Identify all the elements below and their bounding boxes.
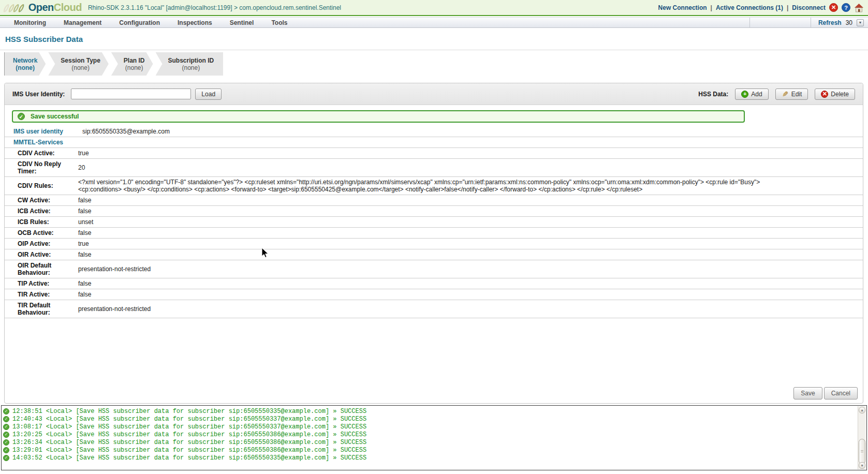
wizard-step-value: (none): [182, 64, 200, 71]
table-row: TIP Active:false: [5, 278, 863, 289]
success-check-icon: ✓: [3, 408, 9, 414]
pipe-separator: |: [787, 4, 788, 11]
success-check-icon: ✓: [3, 455, 9, 461]
home-icon-svg: [854, 3, 864, 12]
wizard-step-label: Plan ID: [124, 57, 145, 64]
success-check-icon: ✓: [3, 416, 9, 422]
add-button-label: Add: [751, 91, 762, 98]
hss-subscriber-panel: IMS User Identity: Load HSS Data: + Add …: [4, 83, 863, 404]
log-entry-text: 12:40:43 <Local> [Save HSS subscriber da…: [12, 416, 366, 423]
success-check-icon: ✓: [3, 424, 9, 430]
row-label: OIP Active:: [5, 240, 78, 247]
row-label: ICB Rules:: [5, 218, 78, 226]
log-entry-text: 13:29:01 <Local> [Save HSS subscriber da…: [12, 447, 366, 454]
new-connection-link[interactable]: New Connection: [658, 4, 707, 11]
log-entry: ✓12:40:43 <Local> [Save HSS subscriber d…: [3, 415, 866, 423]
save-button[interactable]: Save: [793, 387, 822, 399]
row-label: OIR Active:: [5, 251, 78, 258]
menu-item-inspections[interactable]: Inspections: [169, 18, 221, 27]
save-button-label: Save: [801, 390, 815, 397]
menu-item-tools[interactable]: Tools: [262, 18, 296, 27]
scrollbar-thumb[interactable]: [859, 439, 865, 464]
command-log-console: ✓12:38:51 <Local> [Save HSS subscriber d…: [1, 405, 867, 470]
scrollbar-up-icon[interactable]: ▲: [859, 407, 865, 413]
row-value: sip:6505550335@example.com: [82, 128, 863, 135]
cancel-button[interactable]: Cancel: [824, 387, 858, 399]
form-actions: Save Cancel: [793, 387, 858, 399]
table-row: TIR Active:false: [5, 289, 863, 300]
table-row: CDIV Active:true: [5, 148, 863, 159]
log-entry-text: 13:08:17 <Local> [Save HSS subscriber da…: [12, 423, 366, 431]
help-icon[interactable]: ?: [842, 3, 850, 12]
wizard-step-network[interactable]: Network (none): [4, 52, 46, 76]
ims-user-identity-input[interactable]: [71, 88, 191, 99]
add-icon: +: [741, 91, 748, 98]
log-lines: ✓12:38:51 <Local> [Save HSS subscriber d…: [2, 406, 866, 462]
log-entry: ✓13:20:25 <Local> [Save HSS subscriber d…: [3, 431, 866, 438]
row-label: TIR Active:: [5, 291, 78, 298]
delete-button[interactable]: ✕ Delete: [815, 88, 855, 100]
menu-item-sentinel[interactable]: Sentinel: [221, 18, 263, 27]
table-row: OCB Active:false: [5, 228, 863, 239]
load-button[interactable]: Load: [195, 88, 222, 100]
close-icon[interactable]: ✕: [829, 3, 838, 12]
edit-button[interactable]: ✎ Edit: [775, 88, 808, 100]
banner-text: Save successful: [31, 113, 79, 120]
delete-icon: ✕: [821, 91, 828, 98]
row-label: CDIV Active:: [5, 150, 78, 157]
panel-toolbar: IMS User Identity: Load HSS Data: + Add …: [5, 83, 863, 105]
menu-item-management[interactable]: Management: [55, 18, 110, 27]
wizard-step-value: (none): [125, 64, 143, 71]
opencloud-logo: OpenCloud: [28, 2, 82, 13]
delete-button-label: Delete: [831, 91, 849, 98]
menu-item-configuration[interactable]: Configuration: [110, 18, 169, 27]
active-connections-link[interactable]: Active Connections (1): [716, 4, 783, 11]
row-value: true: [78, 240, 863, 247]
subscriber-rows: IMS user identitysip:6505550335@example.…: [5, 126, 863, 318]
table-row: IMS user identitysip:6505550335@example.…: [5, 126, 863, 137]
row-label: TIP Active:: [5, 280, 78, 287]
log-entry-text: 13:20:25 <Local> [Save HSS subscriber da…: [12, 431, 366, 438]
refresh-link[interactable]: Refresh: [818, 19, 842, 26]
table-row: ICB Rules:unset: [5, 217, 863, 228]
row-value: false: [78, 251, 863, 258]
home-icon[interactable]: [854, 3, 864, 12]
add-button[interactable]: + Add: [735, 88, 768, 100]
connection-title: Rhino-SDK 2.3.1.16 "Local" [admin@localh…: [88, 4, 341, 11]
row-value: false: [78, 229, 863, 236]
top-header: ()()()() OpenCloud Rhino-SDK 2.3.1.16 "L…: [0, 0, 868, 16]
wizard-step-plan-id[interactable]: Plan ID (none): [111, 52, 153, 76]
log-entry: ✓13:08:17 <Local> [Save HSS subscriber d…: [3, 423, 866, 431]
table-row: OIR Active:false: [5, 249, 863, 260]
logo-cloud-text: Cloud: [54, 2, 82, 13]
load-button-label: Load: [201, 91, 215, 98]
row-value: 20: [78, 164, 863, 171]
wizard-step-session-type[interactable]: Session Type (none): [48, 52, 108, 76]
log-entry-text: 12:38:51 <Local> [Save HSS subscriber da…: [12, 408, 366, 415]
save-successful-banner: ✓ Save successful: [12, 110, 745, 123]
wizard-step-value: (none): [16, 64, 35, 71]
app-window: ()()()() OpenCloud Rhino-SDK 2.3.1.16 "L…: [0, 0, 868, 474]
table-row: TIR Default Behaviour:presentation-not-r…: [5, 300, 863, 318]
refresh-stepper[interactable]: ▼: [857, 19, 864, 26]
log-scrollbar[interactable]: ▲ ▼: [858, 406, 866, 469]
wizard-step-label: Subscription ID: [168, 57, 214, 64]
page-title: HSS Subscriber Data: [5, 35, 83, 43]
logo-glyphs-icon: ()()()(): [4, 3, 24, 12]
success-check-icon: ✓: [18, 113, 25, 120]
row-label: MMTEL-Services: [5, 139, 82, 146]
row-value: true: [78, 150, 863, 157]
title-bar: HSS Subscriber Data: [0, 28, 868, 50]
wizard-step-subscription-id[interactable]: Subscription ID (none): [156, 52, 224, 76]
row-value: <?xml version="1.0" encoding="UTF-8" sta…: [78, 179, 863, 193]
logo-open-text: Open: [28, 2, 54, 13]
menu-item-monitoring[interactable]: Monitoring: [5, 18, 55, 27]
scrollbar-down-icon[interactable]: ▼: [859, 462, 865, 469]
row-label: OIR Default Behaviour:: [5, 262, 78, 276]
row-label: TIR Default Behaviour:: [5, 302, 78, 316]
log-entry-text: 14:03:52 <Local> [Save HSS subscriber da…: [12, 454, 366, 462]
table-row: CDIV Rules:<?xml version="1.0" encoding=…: [5, 177, 863, 195]
header-links: New Connection | Active Connections (1) …: [658, 3, 864, 12]
disconnect-link[interactable]: Disconnect: [792, 4, 826, 11]
log-entry: ✓13:26:34 <Local> [Save HSS subscriber d…: [3, 438, 866, 446]
